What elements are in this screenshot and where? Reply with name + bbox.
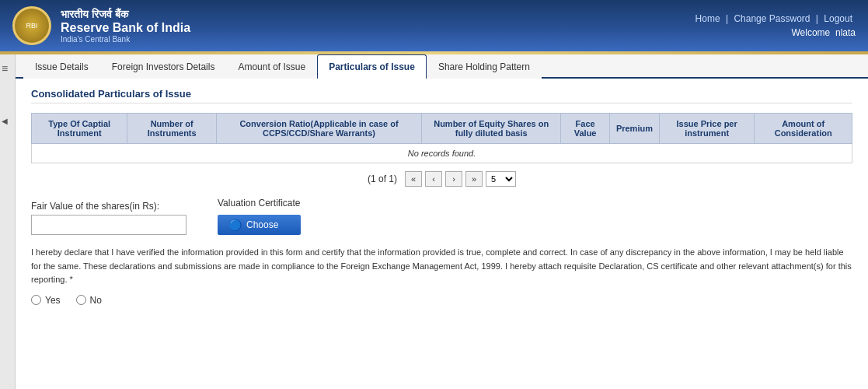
page-content: Consolidated Particulars of Issue Type O… <box>16 79 868 315</box>
valuation-label: Valuation Certificate <box>218 198 301 209</box>
col-issue-price: Issue Price per instrument <box>659 114 754 144</box>
col-number: Number of Instruments <box>127 114 217 144</box>
sidebar-toggle[interactable]: ≡ <box>2 62 8 75</box>
section-title: Consolidated Particulars of Issue <box>31 88 852 103</box>
english-title: Reserve Bank of India <box>61 21 190 35</box>
welcome-text: Welcome nlata <box>692 27 856 38</box>
last-page-btn[interactable]: » <box>465 171 483 187</box>
fair-value-input[interactable] <box>31 215 186 235</box>
radio-yes[interactable]: Yes <box>31 295 61 306</box>
no-records-cell: No records found. <box>32 144 852 163</box>
nav-links: Home | Change Password | Logout <box>692 13 856 24</box>
radio-row: Yes No <box>31 295 852 306</box>
radio-yes-input[interactable] <box>31 295 41 305</box>
change-password-link[interactable]: Change Password <box>734 13 810 24</box>
prev-page-btn[interactable]: ‹ <box>425 171 442 187</box>
col-equity: Number of Equity Shares on fully diluted… <box>422 114 561 144</box>
home-link[interactable]: Home <box>695 13 720 24</box>
rbi-logo: RBI <box>12 6 51 45</box>
fair-value-group: Fair Value of the shares(in Rs): <box>31 201 186 235</box>
col-type: Type Of Captial Instrument <box>32 114 127 144</box>
hindi-title: भारतीय रिजर्व बैंक <box>61 8 190 21</box>
header-left: RBI भारतीय रिजर्व बैंक Reserve Bank of I… <box>12 6 190 45</box>
header-right: Home | Change Password | Logout Welcome … <box>692 13 856 38</box>
tab-foreign-investors[interactable]: Foreign Investors Details <box>100 54 227 79</box>
logout-link[interactable]: Logout <box>824 13 852 24</box>
col-consideration: Amount of Consideration <box>755 114 852 144</box>
tab-issue-details[interactable]: Issue Details <box>23 54 100 79</box>
header: RBI भारतीय रिजर्व बैंक Reserve Bank of I… <box>0 0 868 51</box>
tab-particulars-of-issue[interactable]: Particulars of Issue <box>317 54 427 79</box>
per-page-select[interactable]: 5 10 20 50 <box>486 171 516 187</box>
content-area: Issue Details Foreign Investors Details … <box>16 54 868 389</box>
choose-icon: 🔵 <box>228 219 242 231</box>
col-face-value: Face Value <box>561 114 610 144</box>
tagline: India's Central Bank <box>61 35 190 44</box>
tab-bar: Issue Details Foreign Investors Details … <box>16 54 868 79</box>
form-section: Fair Value of the shares(in Rs): Valuati… <box>31 198 852 235</box>
pagination-row: (1 of 1) « ‹ › » 5 10 20 50 <box>31 171 852 187</box>
valuation-group: Valuation Certificate 🔵 Choose <box>218 198 301 235</box>
sidebar-arrow[interactable]: ◀ <box>2 117 8 125</box>
header-title: भारतीय रिजर्व बैंक Reserve Bank of India… <box>61 8 190 44</box>
fair-value-label: Fair Value of the shares(in Rs): <box>31 201 186 212</box>
col-conversion: Conversion Ratio(Applicable in case of C… <box>216 114 421 144</box>
declaration-text: I hereby declare that I have verified th… <box>31 246 852 287</box>
particulars-table: Type Of Captial Instrument Number of Ins… <box>31 113 852 163</box>
choose-button[interactable]: 🔵 Choose <box>218 215 301 235</box>
tab-amount-of-issue[interactable]: Amount of Issue <box>226 54 317 79</box>
main-container: ≡ ◀ Issue Details Foreign Investors Deta… <box>0 54 868 389</box>
next-page-btn[interactable]: › <box>445 171 462 187</box>
radio-no[interactable]: No <box>76 295 102 306</box>
first-page-btn[interactable]: « <box>405 171 422 187</box>
tab-share-holding[interactable]: Share Holding Pattern <box>427 54 542 79</box>
radio-no-input[interactable] <box>76 295 86 305</box>
page-info: (1 of 1) <box>368 173 397 184</box>
sidebar: ≡ ◀ <box>0 54 16 389</box>
col-premium: Premium <box>609 114 659 144</box>
